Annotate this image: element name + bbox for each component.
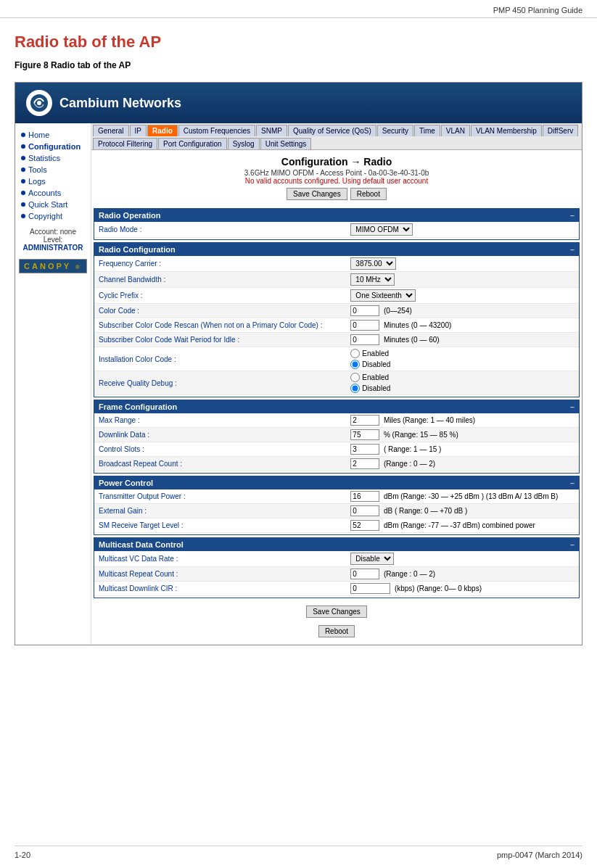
radio-mode-select[interactable]: MIMO OFDM	[350, 223, 413, 236]
radio-operation-section: Radio Operation − Radio Mode : MIMO OFDM	[94, 208, 580, 240]
table-row: Broadcast Repeat Count : (Range : 0 — 2)	[94, 457, 579, 471]
account-label: Account: none	[21, 228, 85, 236]
bullet-icon	[21, 202, 25, 207]
control-slots-input[interactable]	[350, 444, 379, 455]
sidebar-item-statistics[interactable]: Statistics	[15, 152, 91, 164]
sidebar-label-logs: Logs	[28, 177, 46, 186]
install-color-label: Installation Color Code :	[94, 347, 346, 371]
multicast-downlink-hint: (kbps) (Range: 0— 0 kbps)	[392, 584, 482, 592]
tab-protocol-filtering[interactable]: Protocol Filtering	[93, 138, 157, 149]
bullet-icon	[21, 168, 25, 172]
tx-power-hint: dBm (Range: -30 — +25 dBm ) (13 dBm A/ 1…	[382, 492, 558, 500]
tab-vlan-membership[interactable]: VLAN Membership	[471, 125, 542, 136]
freq-carrier-select[interactable]: 3875.00	[350, 257, 396, 270]
save-changes-button-bottom[interactable]: Save Changes	[306, 605, 367, 618]
svg-point-1	[37, 101, 41, 105]
sub-color-wait-label: Subscriber Color Code Wait Period for Id…	[94, 333, 346, 347]
sidebar-item-configuration[interactable]: Configuration	[15, 141, 91, 152]
collapse-icon[interactable]: −	[570, 541, 575, 549]
table-row: Multicast Downlink CIR : (kbps) (Range: …	[94, 582, 579, 596]
bullet-icon	[21, 191, 25, 195]
collapse-icon[interactable]: −	[570, 479, 575, 487]
install-color-enabled-radio[interactable]	[350, 349, 360, 358]
sm-receive-value: dBm (Range: -77 — -37 dBm) combined powe…	[346, 518, 579, 533]
tab-diffserv[interactable]: DiffServ	[543, 125, 578, 136]
sub-color-wait-input[interactable]	[350, 334, 379, 345]
install-color-value: Enabled Disabled	[346, 347, 579, 371]
radio-configuration-table: Frequency Carrier : 3875.00 Channel Band…	[94, 256, 579, 395]
tab-security[interactable]: Security	[377, 125, 413, 136]
tab-custom-frequencies[interactable]: Custom Frequencies	[178, 125, 255, 136]
multicast-repeat-input[interactable]	[350, 569, 379, 579]
collapse-icon[interactable]: −	[570, 246, 575, 254]
tx-power-input[interactable]	[350, 491, 379, 502]
receive-quality-value: Enabled Disabled	[346, 371, 579, 395]
sidebar-item-accounts[interactable]: Accounts	[15, 187, 91, 199]
cyclic-prefix-select[interactable]: One Sixteenth	[350, 289, 416, 302]
receive-quality-enabled[interactable]: Enabled	[350, 373, 575, 382]
tab-snmp[interactable]: SNMP	[256, 125, 287, 136]
broadcast-repeat-input[interactable]	[350, 458, 379, 469]
level-value: ADMINISTRATOR	[21, 244, 85, 252]
radio-operation-table: Radio Mode : MIMO OFDM	[94, 222, 579, 238]
table-row: Frequency Carrier : 3875.00	[94, 256, 579, 272]
sidebar-item-tools[interactable]: Tools	[15, 164, 91, 175]
sm-receive-input[interactable]	[350, 520, 379, 531]
max-range-input[interactable]	[350, 415, 379, 426]
receive-quality-enabled-radio[interactable]	[350, 373, 360, 382]
config-title: Configuration → Radio	[91, 156, 582, 168]
tx-power-label: Transmitter Output Power :	[94, 489, 346, 504]
tab-qos[interactable]: Quality of Service (QoS)	[288, 125, 376, 136]
tab-ip[interactable]: IP	[130, 125, 147, 136]
collapse-icon[interactable]: −	[570, 212, 575, 220]
freq-carrier-label: Frequency Carrier :	[94, 256, 346, 272]
receive-quality-label: Receive Quality Debug :	[94, 371, 346, 395]
page-title: Radio tab of the AP	[15, 33, 582, 51]
multicast-downlink-input[interactable]	[350, 583, 390, 594]
level-label: Level:	[21, 236, 85, 244]
reboot-button-bottom[interactable]: Reboot	[318, 625, 355, 637]
sub-color-rescan-input[interactable]	[350, 320, 379, 331]
device-body: Home Configuration Statistics Tools Logs…	[15, 123, 582, 645]
external-gain-hint: dB ( Range: 0 — +70 dB )	[382, 507, 467, 515]
tab-vlan[interactable]: VLAN	[441, 125, 470, 136]
config-actions-reboot: Reboot	[91, 624, 582, 642]
tab-syslog[interactable]: Syslog	[228, 138, 260, 149]
channel-bw-select[interactable]: 10 MHz	[350, 273, 395, 286]
max-range-hint: Miles (Range: 1 — 40 miles)	[382, 416, 475, 424]
receive-quality-disabled[interactable]: Disabled	[350, 384, 575, 393]
save-changes-button-top[interactable]: Save Changes	[287, 188, 347, 200]
sidebar-item-copyright[interactable]: Copyright	[15, 210, 91, 222]
install-color-enabled[interactable]: Enabled	[350, 349, 575, 358]
external-gain-value: dB ( Range: 0 — +70 dB )	[346, 504, 579, 518]
sm-receive-hint: dBm (Range: -77 — -37 dBm) combined powe…	[382, 521, 535, 529]
external-gain-input[interactable]	[350, 505, 379, 516]
table-row: Channel Bandwidth : 10 MHz	[94, 272, 579, 288]
tab-general[interactable]: General	[93, 125, 129, 136]
freq-carrier-value: 3875.00	[346, 256, 579, 272]
tab-radio[interactable]: Radio	[147, 125, 178, 136]
receive-quality-disabled-radio[interactable]	[350, 384, 360, 393]
tab-time[interactable]: Time	[414, 125, 440, 136]
tab-port-configuration[interactable]: Port Configuration	[158, 138, 227, 149]
logo-text: Cambium Networks	[59, 96, 181, 111]
color-code-input[interactable]	[350, 305, 379, 316]
tab-row-1: General IP Radio Custom Frequencies SNMP…	[93, 125, 578, 136]
multicast-vc-select[interactable]: Disable	[350, 553, 394, 565]
install-color-disabled[interactable]: Disabled	[350, 360, 575, 369]
config-actions-top: Save Changes Reboot	[91, 188, 582, 200]
frame-configuration-section: Frame Configuration − Max Range : Miles …	[94, 400, 580, 474]
sidebar-item-home[interactable]: Home	[15, 129, 91, 141]
sidebar-item-logs[interactable]: Logs	[15, 175, 91, 187]
reboot-button-top[interactable]: Reboot	[350, 188, 387, 200]
radio-operation-title: Radio Operation	[99, 211, 161, 220]
tab-unit-settings[interactable]: Unit Settings	[260, 138, 312, 149]
broadcast-repeat-label: Broadcast Repeat Count :	[94, 457, 346, 471]
downlink-data-input[interactable]	[350, 429, 379, 440]
multicast-section: Multicast Data Control − Multicast VC Da…	[94, 537, 580, 598]
install-color-disabled-radio[interactable]	[350, 360, 360, 369]
sidebar-item-quickstart[interactable]: Quick Start	[15, 199, 91, 210]
tab-bar: General IP Radio Custom Frequencies SNMP…	[91, 123, 582, 150]
sidebar-label-home: Home	[28, 131, 49, 139]
collapse-icon[interactable]: −	[570, 403, 575, 411]
